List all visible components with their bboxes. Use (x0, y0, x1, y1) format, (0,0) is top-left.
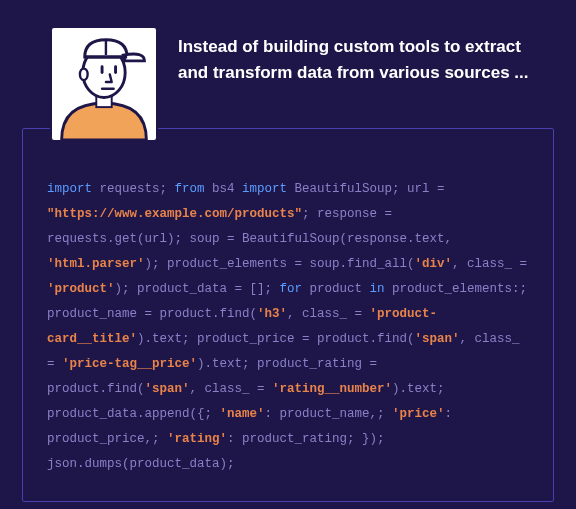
code-token: : product_name,; (265, 407, 393, 421)
header-row: Instead of building custom tools to extr… (22, 26, 554, 142)
code-token: ).text; product_price = product.find( (137, 332, 415, 346)
code-token: ); product_data = []; (115, 282, 280, 296)
code-token: in (370, 282, 385, 296)
code-token: import (47, 182, 92, 196)
code-token: ); product_elements = soup.find_all( (145, 257, 415, 271)
code-token: BeautifulSoup; url = (287, 182, 445, 196)
code-token: from (175, 182, 205, 196)
avatar-illustration (52, 28, 156, 140)
code-token: , class_ = (190, 382, 273, 396)
code-token: 'span' (415, 332, 460, 346)
headline-text: Instead of building custom tools to extr… (178, 26, 538, 142)
code-token: 'span' (145, 382, 190, 396)
code-content: import requests; from bs4 import Beautif… (47, 177, 529, 477)
code-token: , class_ = (287, 307, 370, 321)
avatar (50, 26, 158, 142)
svg-point-2 (80, 69, 88, 81)
code-token: 'product' (47, 282, 115, 296)
code-token: 'price' (392, 407, 445, 421)
code-token: requests; (92, 182, 175, 196)
code-token: 'rating__number' (272, 382, 392, 396)
code-token: 'div' (415, 257, 453, 271)
code-token: 'html.parser' (47, 257, 145, 271)
code-token: 'name' (220, 407, 265, 421)
code-token: "https://www.example.com/products" (47, 207, 302, 221)
code-panel: import requests; from bs4 import Beautif… (22, 128, 554, 502)
code-token: import (242, 182, 287, 196)
code-token: 'rating' (167, 432, 227, 446)
code-token: product (302, 282, 370, 296)
code-token: for (280, 282, 303, 296)
code-token: , class_ = (452, 257, 527, 271)
code-token: bs4 (205, 182, 243, 196)
code-token: 'h3' (257, 307, 287, 321)
code-token: 'price-tag__price' (62, 357, 197, 371)
